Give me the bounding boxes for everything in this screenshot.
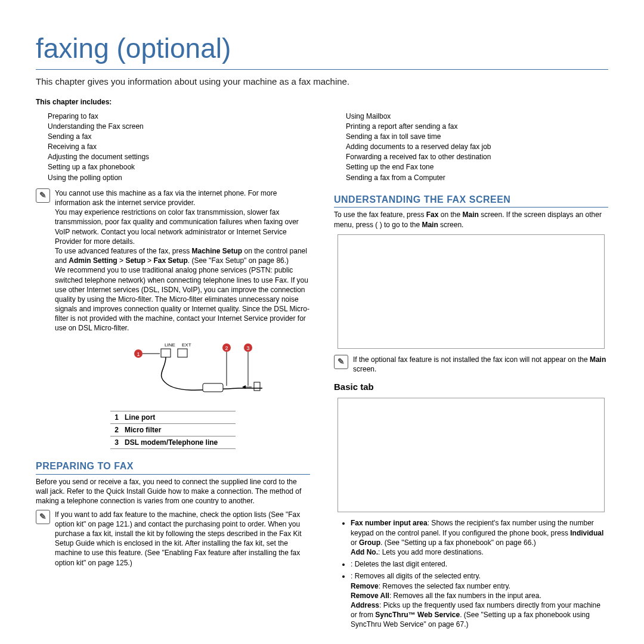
legend-text: Line port: [125, 413, 155, 422]
legend-text: DSL modem/Telephone line: [125, 438, 218, 447]
toc-item: Adding documents to a reserved delay fax…: [346, 142, 608, 151]
sub-item: Remove: Removes the selected fax number …: [351, 581, 608, 591]
bold: Group: [359, 538, 380, 547]
legend-row: 2Micro filter: [110, 423, 236, 436]
preparing-heading: PREPARING TO FAX: [36, 460, 310, 475]
note-p4: We recommend you to use traditional anal…: [55, 265, 310, 333]
bold: Individual: [570, 529, 603, 537]
marker-3: 3: [246, 345, 249, 351]
legend-row: 1Line port: [110, 411, 236, 423]
marker-2: 2: [225, 345, 228, 351]
text: screen.: [438, 221, 464, 229]
toc-item: Sending a fax from a Computer: [346, 173, 608, 182]
basic-tab-list: Fax number input area: Shows the recipie…: [334, 518, 608, 629]
text: . (See "Fax Setup" on page 86.): [188, 256, 289, 265]
text: : Removes all digits of the selected ent…: [351, 572, 481, 580]
toc-item: Sending a fax: [48, 132, 310, 141]
note-p2: You may experience restrictions on color…: [55, 208, 310, 246]
page-intro: This chapter gives you information about…: [36, 76, 608, 88]
text: : Removes the selected fax number entry.: [379, 582, 510, 590]
bold: Main: [462, 210, 478, 219]
legend-num: 1: [110, 413, 119, 422]
understanding-heading: UNDERSTANDING THE FAX SCREEN: [334, 193, 608, 208]
line-label: LINE: [165, 342, 175, 348]
bold: Setup: [125, 256, 145, 265]
preparing-body: Before you send or receive a fax, you ne…: [36, 477, 310, 506]
toc-item: Setting up a fax phonebook: [48, 162, 310, 172]
text: on the: [438, 210, 462, 219]
sub-item: Add No.: Lets you add more destinations.: [351, 547, 608, 557]
ext-label: EXT: [182, 342, 191, 348]
toc-right: Using Mailbox Printing a report after se…: [334, 112, 608, 182]
microfilter-diagram: LINE EXT 1 2 3: [36, 339, 310, 450]
sub-item: Remove All: Removes all the fax numbers …: [351, 591, 608, 600]
page-title: faxing (optional): [36, 30, 608, 67]
bold: Admin Setting: [69, 256, 117, 265]
text: To use the fax feature, press: [334, 210, 426, 219]
svg-rect-0: [161, 349, 171, 357]
note-icon: ✎: [36, 510, 50, 524]
understand-note: ✎ If the optional fax feature is not ins…: [334, 355, 608, 374]
legend-num: 2: [110, 425, 119, 435]
legend-text: Micro filter: [125, 425, 161, 435]
right-column: Using Mailbox Printing a report after se…: [334, 111, 608, 632]
left-column: Preparing to fax Understanding the Fax s…: [36, 111, 310, 632]
text: . (See "Setting up a fax phonebook" on p…: [380, 538, 536, 547]
toc-item: Using Mailbox: [346, 112, 608, 121]
list-item: : Removes all digits of the selected ent…: [351, 571, 608, 629]
bold: Remove All: [351, 592, 389, 600]
diagram-legend: 1Line port 2Micro filter 3DSL modem/Tele…: [110, 411, 236, 450]
svg-rect-8: [203, 383, 223, 392]
bold: Add No.: [351, 548, 378, 556]
toc-item: Sending a fax in toll save time: [346, 132, 608, 141]
toc-item: Understanding the Fax screen: [48, 122, 310, 131]
includes-label: This chapter includes:: [36, 97, 608, 107]
bold: Main: [422, 221, 438, 229]
prepare-note: ✎ If you want to add fax feature to the …: [36, 510, 310, 568]
toc-left: Preparing to fax Understanding the Fax s…: [36, 112, 310, 182]
bold: Fax: [426, 210, 439, 219]
list-item: Fax number input area: Shows the recipie…: [351, 518, 608, 557]
understand-note-body: If the optional fax feature is not insta…: [353, 355, 608, 374]
basic-tab-heading: Basic tab: [334, 381, 608, 393]
bold: Fax number input area: [351, 519, 428, 527]
toc-item: Printing a report after sending a fax: [346, 122, 608, 131]
title-rule: [36, 69, 608, 70]
note-icon: ✎: [36, 188, 50, 203]
toc-item: Preparing to fax: [48, 112, 310, 121]
toc-item: Receiving a fax: [48, 142, 310, 151]
note-body: You cannot use this machine as a fax via…: [55, 188, 310, 333]
svg-rect-1: [178, 349, 187, 357]
prepare-note-body: If you want to add fax feature to the ma…: [55, 510, 310, 568]
bold: Machine Setup: [191, 247, 242, 255]
bold: Main: [590, 355, 606, 364]
list-item: : Deletes the last digit entered.: [351, 559, 608, 569]
understanding-body: To use the fax feature, press Fax on the…: [334, 210, 608, 229]
svg-rect-9: [254, 382, 260, 391]
text: or: [351, 538, 359, 547]
toc-item: Setting up the end Fax tone: [346, 162, 608, 172]
note-p1: You cannot use this machine as a fax via…: [55, 188, 310, 208]
text: : Removes all the fax numbers in the inp…: [389, 592, 541, 600]
main-screen-placeholder: [338, 234, 605, 349]
toc-item: Forwarding a received fax to other desti…: [346, 152, 608, 162]
sub-item: Address: Picks up the frequently used fa…: [351, 600, 608, 630]
text: screen.: [353, 365, 376, 373]
bold: Address: [351, 601, 379, 609]
legend-row: 3DSL modem/Telephone line: [110, 436, 236, 449]
note-p3: To use advanced features of the fax, pre…: [55, 246, 310, 265]
text: To use advanced features of the fax, pre…: [55, 247, 191, 255]
text: If the optional fax feature is not insta…: [353, 355, 590, 364]
info-note: ✎ You cannot use this machine as a fax v…: [36, 188, 310, 333]
note-icon: ✎: [334, 355, 348, 369]
bold: SyncThru™ Web Service: [375, 611, 460, 619]
basic-tab-placeholder: [338, 398, 605, 512]
marker-1: 1: [137, 351, 140, 357]
legend-num: 3: [110, 438, 119, 447]
text: : Lets you add more destinations.: [378, 548, 484, 556]
toc-item: Using the polling option: [48, 173, 310, 182]
bold: Fax Setup: [153, 256, 187, 265]
toc-item: Adjusting the document settings: [48, 152, 310, 162]
bold: Remove: [351, 582, 379, 590]
